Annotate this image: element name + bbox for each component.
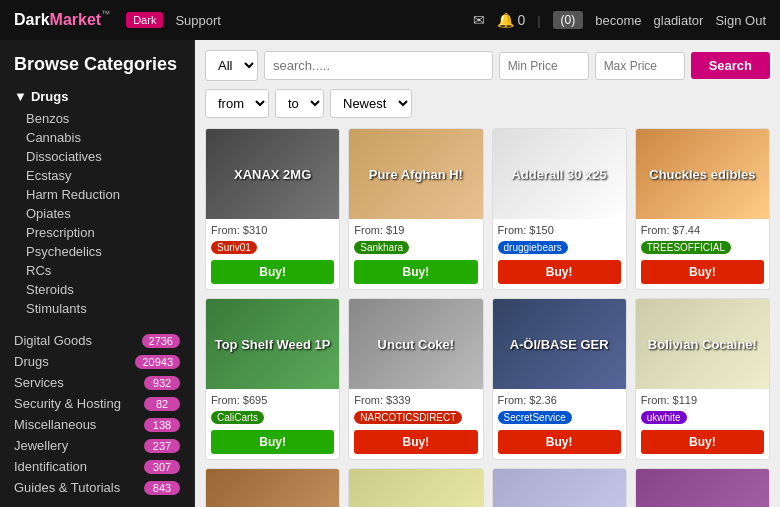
sidebar-item-guides-tutorials[interactable]: Guides & Tutorials 843: [14, 477, 180, 498]
from-filter[interactable]: from: [205, 89, 269, 118]
miscellaneous-count: 138: [144, 418, 180, 432]
sidebar-item-stimulants[interactable]: Stimulants: [26, 299, 180, 318]
vendor-badge: TREESOFFICIAL: [641, 241, 731, 254]
buy-button[interactable]: Buy!: [498, 260, 621, 284]
product-price: From: $19: [354, 224, 477, 236]
search-button[interactable]: Search: [691, 52, 770, 79]
product-card: A-ÖI/BASE GERFrom: $2.36SecretServiceBuy…: [492, 298, 627, 460]
separator: |: [537, 13, 540, 28]
buy-button[interactable]: Buy!: [211, 430, 334, 454]
sidebar-item-dissociatives[interactable]: Dissociatives: [26, 147, 180, 166]
sidebar-item-security-hosting[interactable]: Security & Hosting 82: [14, 393, 180, 414]
sidebar-item-benzos[interactable]: Benzos: [26, 109, 180, 128]
category-section-drugs: ▼ Drugs Benzos Cannabis Dissociatives Ec…: [14, 89, 180, 318]
identification-count: 307: [144, 460, 180, 474]
buy-button[interactable]: Buy!: [641, 430, 764, 454]
buy-button[interactable]: Buy!: [211, 260, 334, 284]
drugs-label: Drugs: [31, 89, 69, 104]
product-price: From: $2.36: [498, 394, 621, 406]
vendor-badge: SecretService: [498, 411, 572, 424]
drug-subcategory-list: Benzos Cannabis Dissociatives Ecstasy Ha…: [14, 109, 180, 318]
logo-tag: ™: [101, 9, 110, 19]
product-card: Bolivian Cocaine!From: $119ukwhiteBuy!: [635, 298, 770, 460]
buy-button[interactable]: Buy!: [354, 430, 477, 454]
sidebar-item-jewellery[interactable]: Jewellery 237: [14, 435, 180, 456]
product-card: XANAX 2MGFrom: $310Suriv01Buy!: [205, 128, 340, 290]
product-card: DMT: [635, 468, 770, 507]
sidebar-item-prescription[interactable]: Prescription: [26, 223, 180, 242]
guides-tutorials-count: 843: [144, 481, 180, 495]
product-image-overlay: Sandoz: [493, 469, 626, 507]
logo-dark: Dark: [14, 11, 50, 29]
vendor-badge: NARCOTICSDIRECT: [354, 411, 462, 424]
sidebar-item-drugs[interactable]: Drugs 20943: [14, 351, 180, 372]
dark-badge[interactable]: Dark: [126, 12, 163, 28]
user-link[interactable]: gladiator: [654, 13, 704, 28]
product-image-overlay: XANAX 2MG: [206, 129, 339, 219]
product-image-overlay: Chuckles edibles: [636, 129, 769, 219]
product-image-overlay: Bolivian Cocaine!: [636, 299, 769, 389]
sidebar-item-drugs-label: Drugs: [14, 354, 49, 369]
jewellery-count: 237: [144, 439, 180, 453]
product-image-overlay: Uncut Coke!: [349, 299, 482, 389]
product-card: Uncut Coke!From: $339NARCOTICSDIRECTBuy!: [348, 298, 483, 460]
sidebar-item-identification-label: Identification: [14, 459, 87, 474]
product-image-overlay: 1g Raw: [206, 469, 339, 507]
product-card: Sandoz: [492, 468, 627, 507]
sidebar-item-digital-goods[interactable]: Digital Goods 2736: [14, 330, 180, 351]
product-image-overlay: A-ÖI/BASE GER: [493, 299, 626, 389]
max-price-input[interactable]: [595, 52, 685, 80]
product-image-overlay: DMT: [636, 469, 769, 507]
product-image-overlay: Adderall 30 x25: [493, 129, 626, 219]
sidebar-item-opiates[interactable]: Opiates: [26, 204, 180, 223]
product-card: Top Shelf Weed 1PFrom: $695CaliCartsBuy!: [205, 298, 340, 460]
buy-button[interactable]: Buy!: [641, 260, 764, 284]
sidebar: Browse Categories ▼ Drugs Benzos Cannabi…: [0, 40, 195, 507]
product-grid: XANAX 2MGFrom: $310Suriv01Buy!Pure Afgha…: [205, 128, 770, 507]
header: DarkMarket™ Dark Support ✉ 🔔 0 | (0) bec…: [0, 0, 780, 40]
security-hosting-count: 82: [144, 397, 180, 411]
become-link[interactable]: become: [595, 13, 641, 28]
product-image-overlay: Top Shelf Weed 1P: [206, 299, 339, 389]
product-card: NEW OG: [348, 468, 483, 507]
services-count: 932: [144, 376, 180, 390]
product-price: From: $695: [211, 394, 334, 406]
sidebar-item-services[interactable]: Services 932: [14, 372, 180, 393]
search-bar: All Search: [205, 50, 770, 81]
product-image-overlay: NEW OG: [349, 469, 482, 507]
max-price-container: [595, 52, 685, 80]
content-area: All Search from to Newest XANAX 2: [195, 40, 780, 507]
sidebar-item-services-label: Services: [14, 375, 64, 390]
category-filter[interactable]: All: [205, 50, 258, 81]
sidebar-counts: Digital Goods 2736 Drugs 20943 Services …: [14, 330, 180, 498]
search-input[interactable]: [264, 51, 493, 80]
sort-filter[interactable]: Newest: [330, 89, 412, 118]
support-link[interactable]: Support: [175, 13, 221, 28]
sidebar-item-psychedelics[interactable]: Psychedelics: [26, 242, 180, 261]
sidebar-item-miscellaneous[interactable]: Miscellaneous 138: [14, 414, 180, 435]
min-price-input[interactable]: [499, 52, 589, 80]
min-price-container: [499, 52, 589, 80]
cart-badge[interactable]: (0): [553, 11, 584, 29]
sidebar-item-cannabis[interactable]: Cannabis: [26, 128, 180, 147]
to-filter[interactable]: to: [275, 89, 324, 118]
product-image-overlay: Pure Afghan H!: [349, 129, 482, 219]
sidebar-item-security-hosting-label: Security & Hosting: [14, 396, 121, 411]
arrow-down-icon: ▼: [14, 89, 27, 104]
vendor-badge: ukwhite: [641, 411, 687, 424]
buy-button[interactable]: Buy!: [354, 260, 477, 284]
sidebar-item-harm-reduction[interactable]: Harm Reduction: [26, 185, 180, 204]
vendor-badge: CaliCarts: [211, 411, 264, 424]
category-header-drugs[interactable]: ▼ Drugs: [14, 89, 180, 104]
sidebar-title: Browse Categories: [14, 54, 180, 75]
mail-icon[interactable]: ✉: [473, 12, 485, 28]
bell-icon[interactable]: 🔔 0: [497, 12, 526, 28]
sidebar-item-steroids[interactable]: Steroids: [26, 280, 180, 299]
vendor-badge: Suriv01: [211, 241, 257, 254]
product-price: From: $119: [641, 394, 764, 406]
sidebar-item-rcs[interactable]: RCs: [26, 261, 180, 280]
sidebar-item-ecstasy[interactable]: Ecstasy: [26, 166, 180, 185]
sidebar-item-identification[interactable]: Identification 307: [14, 456, 180, 477]
signout-link[interactable]: Sign Out: [715, 13, 766, 28]
buy-button[interactable]: Buy!: [498, 430, 621, 454]
